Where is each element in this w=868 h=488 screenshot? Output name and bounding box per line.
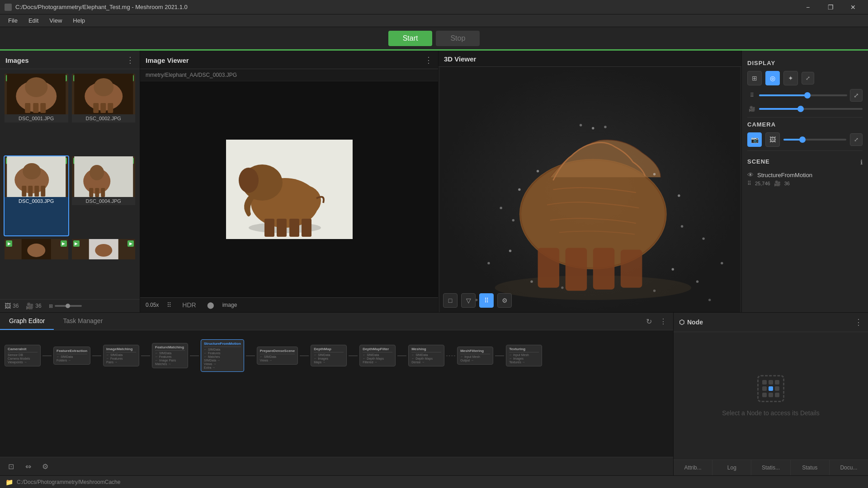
image-thumb-2[interactable]: ▶ ▶ DSC_0002.JPG (71, 73, 137, 154)
pipeline-node-depthmapfilter[interactable]: DepthMapFilter ← SfMData ← Depth Maps Fi… (359, 345, 396, 366)
v3d-settings-button[interactable]: ⚙ (497, 293, 512, 308)
pipeline-node-texturing[interactable]: Texturing ← Input Mesh ← Images Textures… (506, 345, 542, 366)
menu-file[interactable]: File (4, 16, 22, 25)
np-dot-7 (762, 393, 767, 397)
pn-row: Viewpoints → (8, 361, 38, 364)
image-thumb-4[interactable]: ▶ ▶ DSC_0004.JPG (71, 155, 137, 236)
pipeline-node-camerainit[interactable]: CameraInit Sensor DB Camera Models Viewp… (5, 345, 41, 366)
svg-point-60 (702, 237, 704, 239)
images-grid: ▶ ▶ DSC_0001.JPG (0, 69, 140, 299)
display-slider-2[interactable] (759, 108, 863, 110)
images-panel-menu-button[interactable]: ⋮ (126, 55, 134, 65)
camera-image-button[interactable]: 🖼 (765, 132, 780, 147)
v3d-filter-button[interactable]: ▽ (461, 293, 476, 308)
scene-eye-button[interactable]: 👁 (747, 171, 754, 178)
pipeline-node-featureextraction[interactable]: FeatureExtraction ← SfMData Folders → (53, 347, 90, 365)
pn-title-sfm: StructureFromMotion (204, 342, 241, 347)
svg-point-50 (678, 194, 680, 197)
ge-tabs: Graph Editor Task Manager ↻ ⋮ (0, 313, 673, 330)
ge-settings-button[interactable]: ⚙ (39, 460, 52, 473)
pn-row: ← SfMData (204, 348, 241, 351)
ge-link-button[interactable]: ⇔ (22, 460, 34, 473)
np-menu-button[interactable]: ⋮ (854, 317, 863, 327)
svg-rect-22 (89, 188, 93, 197)
np-dot-1 (762, 380, 767, 385)
ge-more-button[interactable]: ⋮ (657, 315, 670, 328)
display-slider-2-handle[interactable] (797, 106, 804, 112)
pn-row: ← Features (106, 357, 136, 360)
close-button[interactable]: ✕ (843, 0, 863, 14)
pn-row: Views → (204, 362, 241, 366)
display-slider-icon-2: 🎥 (747, 104, 756, 113)
menu-help[interactable]: Help (68, 16, 90, 25)
display-slider-1-handle[interactable] (804, 92, 811, 99)
svg-rect-10 (100, 103, 106, 113)
np-tab-docu[interactable]: Docu... (830, 460, 868, 475)
pipeline-node-structurefrommotion[interactable]: StructureFromMotion ← SfMData ← Features… (201, 339, 244, 372)
camera-expand-button[interactable]: ⤢ (850, 133, 863, 146)
menu-edit[interactable]: Edit (24, 16, 43, 25)
display-axes-button[interactable]: ✦ (783, 71, 798, 85)
iv-footer: 0.05x ⠿ HDR ⬤ image (140, 297, 438, 312)
display-expand-button[interactable]: ⤢ (802, 72, 814, 84)
minimize-button[interactable]: − (797, 0, 818, 14)
tab-graph-editor[interactable]: Graph Editor (0, 313, 54, 330)
pipeline-node-imagematching[interactable]: ImageMatching ← SfMData ← Features Pairs… (103, 345, 139, 366)
iv-brush-button[interactable]: ⠿ (164, 300, 174, 310)
image-thumb-6[interactable]: ▶ ▶ (71, 238, 137, 265)
pipeline-node-depthmap[interactable]: DepthMap ← SfMData ← Images Maps → (311, 345, 347, 366)
image-label-2: DSC_0002.JPG (72, 114, 136, 122)
display-slider-1[interactable] (759, 94, 847, 96)
camera-icon-row: 📷 🖼 ⤢ (747, 132, 863, 147)
start-button[interactable]: Start (388, 31, 433, 46)
size-slider-track[interactable] (55, 305, 82, 307)
iv-image-area[interactable] (140, 81, 438, 297)
scene-info-button[interactable]: ℹ (860, 159, 863, 166)
pn-title-featureextraction: FeatureExtraction (57, 349, 87, 354)
svg-point-14 (23, 163, 41, 179)
iv-color-button[interactable]: ⬤ (204, 300, 217, 310)
v3d-points-button[interactable]: ⠿ (479, 293, 494, 308)
pipeline-node-meshing[interactable]: Meshing ← SfMData ← Depth Maps Dense → (408, 345, 444, 366)
np-tab-attrib[interactable]: Attrib... (674, 460, 712, 475)
np-tab-statis[interactable]: Statis... (751, 460, 790, 475)
display-expand-btn-1[interactable]: ⤢ (850, 89, 863, 102)
np-dot-2 (769, 380, 773, 385)
display-circle-button[interactable]: ◎ (765, 71, 780, 85)
ge-footer: ⊡ ⇔ ⚙ (0, 457, 673, 475)
iv-menu-button[interactable]: ⋮ (425, 55, 433, 65)
svg-rect-35 (277, 219, 287, 237)
svg-point-52 (672, 268, 674, 270)
image-thumb-3[interactable]: ▶ ▶ DSC_0003.JPG (4, 155, 69, 236)
pn-row: ← Depth Maps (411, 357, 441, 360)
image-preview-3: ▶ ▶ (5, 156, 68, 197)
tab-task-manager[interactable]: Task Manager (54, 313, 112, 330)
menu-view[interactable]: View (45, 16, 66, 25)
display-slider-2-fill (759, 108, 801, 110)
svg-point-61 (708, 299, 711, 301)
image-thumb-5[interactable]: ▶ ▶ (4, 238, 69, 265)
np-tab-log[interactable]: Log (712, 460, 751, 475)
pipeline-node-preparedensescene[interactable]: PrepareDenseScene ← SfMData Views → (257, 347, 298, 365)
camera-slider-handle[interactable] (799, 136, 806, 143)
np-tab-status[interactable]: Status (791, 460, 830, 475)
svg-point-28 (95, 244, 112, 257)
camera-photo-button[interactable]: 📷 (747, 132, 762, 147)
display-grid-button[interactable]: ⊞ (747, 71, 762, 85)
pn-connector (42, 356, 52, 356)
pipeline-node-meshfiltering[interactable]: MeshFiltering ← Input Mesh Output → (457, 347, 493, 365)
ge-canvas[interactable]: CameraInit Sensor DB Camera Models Viewp… (0, 330, 673, 457)
image-thumb-1[interactable]: ▶ ▶ DSC_0001.JPG (4, 73, 69, 154)
camera-slider[interactable] (783, 139, 846, 141)
v3d-bbox-button[interactable]: □ (443, 293, 458, 308)
iv-hdr-button[interactable]: HDR (179, 300, 198, 310)
v3d-content[interactable]: □ ▽ ⠿ ⚙ (439, 67, 741, 312)
ge-refresh-button[interactable]: ↻ (642, 315, 655, 328)
pipeline-node-featurematching[interactable]: FeatureMatching ← SfMData ← Features ← I… (152, 343, 188, 368)
svg-rect-24 (101, 188, 105, 197)
ge-fit-button[interactable]: ⊡ (5, 460, 17, 473)
images-size-slider[interactable]: ⊞ (49, 303, 82, 309)
pn-row: Camera Models (8, 357, 38, 360)
stop-button[interactable]: Stop (436, 31, 480, 46)
maximize-button[interactable]: ❐ (820, 0, 841, 14)
